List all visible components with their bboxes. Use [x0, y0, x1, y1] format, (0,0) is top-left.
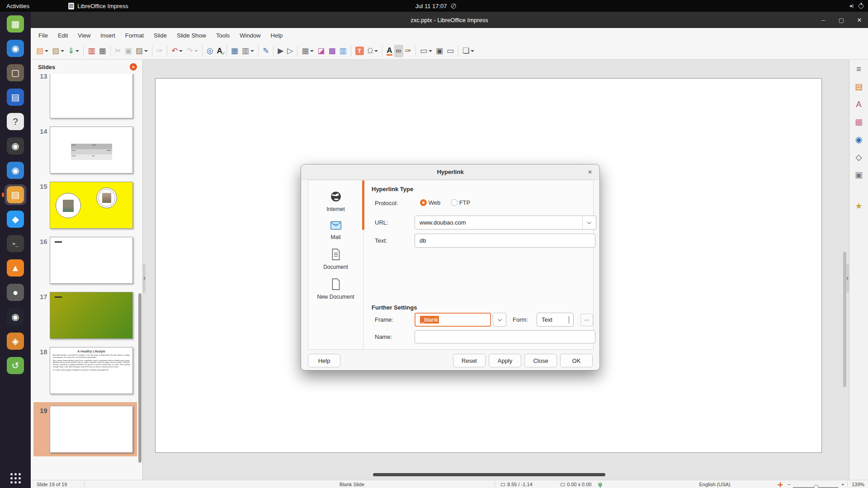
- menu-insert[interactable]: Insert: [95, 30, 120, 41]
- undo-button[interactable]: ↶: [170, 45, 184, 57]
- slide-thumbnail-15[interactable]: [50, 182, 133, 229]
- right-splitter-handle[interactable]: [846, 264, 849, 293]
- zoom-slider[interactable]: [793, 484, 838, 488]
- slides-scrollbar[interactable]: [138, 75, 142, 479]
- hyperlink-nav-internet[interactable]: Internet: [308, 187, 363, 216]
- vertical-scrollbar[interactable]: [843, 252, 846, 387]
- activities-button[interactable]: Activities: [6, 3, 29, 9]
- spelling-button[interactable]: A: [215, 45, 224, 57]
- slide-row-14[interactable]: 14InsertInsertInsertblankInsertww: [40, 127, 136, 174]
- frame-combobox[interactable]: _blank: [415, 313, 491, 327]
- slide-thumbnail-19[interactable]: [50, 406, 133, 453]
- insert-chart-button[interactable]: ▥: [337, 45, 348, 57]
- web-radio-icon[interactable]: [420, 199, 427, 206]
- dock-item-firefox[interactable]: ◉: [5, 38, 26, 59]
- protocol-web-radio[interactable]: Web: [420, 199, 440, 206]
- insert-table-button[interactable]: ▦: [300, 45, 316, 57]
- menu-tools[interactable]: Tools: [211, 30, 235, 41]
- system-status-area[interactable]: ◄): [849, 4, 863, 9]
- slide-thumbnail-13[interactable]: [50, 74, 133, 118]
- menu-format[interactable]: Format: [120, 30, 149, 41]
- slides-panel-close-icon[interactable]: ✕: [130, 63, 137, 70]
- zoom-in-button[interactable]: +: [841, 481, 844, 488]
- insert-media-button[interactable]: ▩: [326, 45, 337, 57]
- dock-item-steam[interactable]: ◉: [5, 306, 26, 327]
- sidebar-tab-navigator[interactable]: ◉: [853, 134, 865, 145]
- menu-slide[interactable]: Slide: [149, 30, 172, 41]
- start-from-first-slide-button[interactable]: ▶: [276, 45, 285, 57]
- events-button[interactable]: </>: [580, 314, 593, 326]
- slide-row-16[interactable]: 16: [40, 237, 136, 284]
- hyperlink-button[interactable]: ∞: [394, 45, 403, 57]
- sidebar-tab-shapes[interactable]: ◇: [853, 151, 865, 163]
- slide-row-13[interactable]: 13: [40, 74, 136, 118]
- zoom-out-button[interactable]: −: [788, 481, 790, 488]
- maximize-button[interactable]: ▢: [837, 17, 845, 23]
- hyperlink-nav-newdoc[interactable]: New Document: [308, 274, 363, 304]
- copy-button[interactable]: ▣: [123, 45, 134, 57]
- horizontal-scrollbar[interactable]: [373, 473, 605, 476]
- slide-thumbnail-18[interactable]: A Healthy LifestyleA healthy lifestyle i…: [50, 347, 133, 394]
- clone-formatting-button[interactable]: ✑: [155, 45, 165, 57]
- insert-textbox-button[interactable]: T: [354, 45, 366, 57]
- dialog-titlebar[interactable]: Hyperlink ✕: [301, 164, 599, 180]
- text-input[interactable]: db: [415, 234, 595, 248]
- app-grid-icon[interactable]: [10, 473, 21, 483]
- reset-button[interactable]: Reset: [453, 354, 486, 367]
- menu-slide-show[interactable]: Slide Show: [172, 30, 211, 41]
- menu-help[interactable]: Help: [266, 30, 288, 41]
- dock-item-file-manager[interactable]: ▢: [5, 62, 26, 83]
- snap-guides-button[interactable]: ▥: [240, 45, 256, 57]
- insert-shape-button[interactable]: ▭: [418, 45, 434, 57]
- slide-thumbnail-16[interactable]: [50, 237, 133, 284]
- dock-item-libreoffice-writer[interactable]: ▤: [5, 87, 26, 108]
- slide-row-18[interactable]: 18A Healthy LifestyleA healthy lifestyle…: [40, 347, 136, 394]
- new-document-button[interactable]: ▤: [34, 45, 50, 57]
- sidebar-tab-styles[interactable]: A: [853, 99, 865, 110]
- protocol-ftp-radio[interactable]: FTP: [451, 199, 470, 206]
- url-dropdown-button[interactable]: [582, 216, 596, 229]
- sidebar-tab-properties[interactable]: ▤: [853, 81, 865, 93]
- sidebar-tab-sidebar-settings[interactable]: ≡: [853, 63, 865, 75]
- start-from-current-slide-button[interactable]: ▷: [285, 45, 295, 57]
- dock-item-ubuntu-software[interactable]: ◈: [5, 331, 26, 352]
- hyperlink-nav-mail[interactable]: Mail: [308, 216, 363, 244]
- sidebar-tab-master-slides[interactable]: ▣: [853, 169, 865, 181]
- slide-row-19[interactable]: 19: [33, 402, 137, 456]
- help-button[interactable]: Help: [308, 354, 340, 367]
- fit-slide-icon[interactable]: [778, 481, 783, 488]
- cut-button[interactable]: ✂: [113, 45, 123, 57]
- close-button[interactable]: ✕: [855, 17, 863, 23]
- export-pdf-button[interactable]: ▥: [86, 45, 97, 57]
- ftp-radio-icon[interactable]: [451, 199, 458, 206]
- print-button[interactable]: ▦: [97, 45, 108, 57]
- url-combobox[interactable]: www.doubao.com: [415, 216, 596, 230]
- close-dialog-button[interactable]: Close: [524, 354, 557, 367]
- left-splitter-handle[interactable]: [143, 264, 146, 293]
- zoom-slider-thumb[interactable]: [814, 485, 819, 488]
- dock-item-thunderbird[interactable]: ◉: [5, 160, 26, 181]
- apply-button[interactable]: Apply: [489, 354, 521, 367]
- draw-brush-button[interactable]: ✑: [403, 45, 413, 57]
- dock-item-trash[interactable]: ↺: [5, 355, 26, 376]
- font-color-button[interactable]: A: [385, 45, 394, 57]
- dock-item-gimp[interactable]: ●: [5, 282, 26, 303]
- clock-menu[interactable]: Jul 11 17:07: [415, 3, 456, 9]
- edit-mode-button[interactable]: ✎: [261, 45, 271, 57]
- slide-row-15[interactable]: 15: [40, 182, 136, 229]
- menu-window[interactable]: Window: [235, 30, 265, 41]
- open-button[interactable]: ▧: [50, 45, 66, 57]
- sidebar-tab-animation[interactable]: ★: [853, 200, 865, 212]
- sidebar-tab-gallery[interactable]: ▦: [853, 116, 865, 128]
- hyperlink-nav-document[interactable]: Document: [308, 244, 363, 274]
- text-value[interactable]: db: [415, 237, 426, 244]
- arrange-shapes-button[interactable]: ▣: [434, 45, 445, 57]
- slide-thumbnail-14[interactable]: InsertInsertInsertblankInsertww: [50, 127, 133, 174]
- menu-edit[interactable]: Edit: [53, 30, 73, 41]
- selection-size[interactable]: 0.00 x 0.00: [561, 481, 591, 488]
- ok-button[interactable]: OK: [560, 354, 593, 367]
- find-replace-button[interactable]: ◎: [205, 45, 215, 57]
- dock-item-libreoffice-impress[interactable]: ▤: [5, 184, 26, 205]
- special-character-button[interactable]: Ω: [366, 45, 380, 57]
- save-button[interactable]: ⇓: [66, 45, 81, 57]
